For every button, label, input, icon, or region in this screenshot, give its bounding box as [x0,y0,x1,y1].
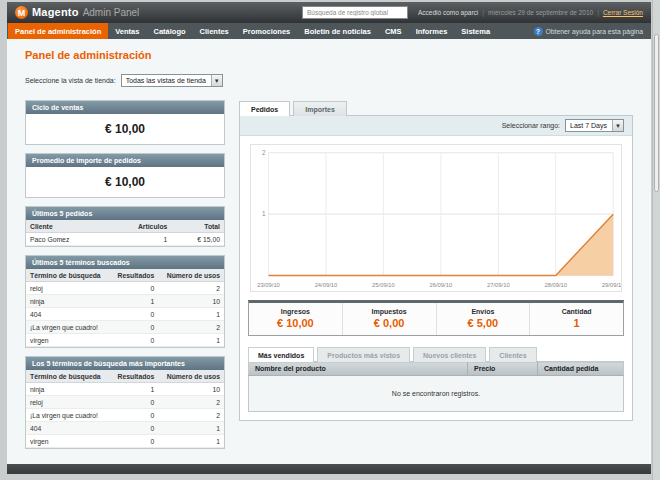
nav-item-cms[interactable]: CMS [378,23,409,39]
results-cell: 0 [110,396,158,409]
tab-mas-vendidos[interactable]: Más vendidos [248,347,314,362]
uses-cell: 10 [158,295,224,308]
uses-cell: 1 [158,422,224,435]
column-header: Número de usos [158,370,224,383]
search-term-cell: virgen [26,435,110,448]
brand: M Magento Admin Panel [15,6,139,19]
total-label: Impuestos [343,308,436,315]
nav-item-ventas[interactable]: Ventas [108,23,146,39]
dashboard-columns: Ciclo de ventas € 10,00 Promedio de impo… [25,100,633,449]
results-cell: 0 [110,435,158,448]
grids-tabs: Más vendidos Productos más vistos Nuevos… [248,346,624,361]
nav-item-dashboard[interactable]: Panel de administración [8,23,108,39]
tab-clientes[interactable]: Clientes [489,347,536,362]
dashboard-main: Pedidos Importes Seleccionar rango: Last… [239,100,633,421]
nav-help-link[interactable]: ? Obtener ayuda para esta página [534,23,652,39]
uses-cell: 1 [158,334,224,347]
box-title: Últimos 5 términos buscados [26,256,224,269]
search-term-cell: ¡La virgen que cuadro! [26,321,110,334]
global-search-input[interactable] [302,6,408,19]
nav-item-informes[interactable]: Informes [409,23,455,39]
tab-pedidos[interactable]: Pedidos [239,101,290,116]
footer-bar [7,464,651,474]
search-term-cell: reloj [26,282,110,295]
table-row[interactable]: 404 0 1 [26,422,224,435]
lifetime-sales-box: Ciclo de ventas € 10,00 [25,100,225,145]
results-cell: 0 [110,334,158,347]
column-header: Resultados [110,370,158,383]
nav-item-promociones[interactable]: Promociones [236,23,298,39]
table-row[interactable]: reloj 0 2 [26,396,224,409]
table-row[interactable]: 404 0 1 [26,308,224,321]
last-orders-table: Cliente Artículos Total Paco Gomez 1 € 1… [26,220,224,246]
nav-item-clientes[interactable]: Clientes [193,23,236,39]
search-term-cell: ninja [26,383,110,396]
diagram-tabs: Pedidos Importes [239,100,633,115]
nav-item-sistema[interactable]: Sistema [454,23,497,39]
total-impuestos: Impuestos € 0,00 [342,303,436,335]
svg-text:2: 2 [262,149,266,156]
dashboard-sidebar: Ciclo de ventas € 10,00 Promedio de impo… [25,100,225,449]
table-header-row: Término de búsqueda Resultados Número de… [26,269,224,282]
content-area: Panel de administración Seleccione la vi… [7,39,651,464]
store-view-value: Todas las vistas de tienda [126,77,206,84]
header-user-info: Accedió como aparci | miércoles 29 de se… [418,9,643,16]
search-term-cell: reloj [26,396,110,409]
svg-text:25/09/10: 25/09/10 [372,282,395,288]
total-value: € 5,00 [437,317,530,329]
results-cell: 0 [110,321,158,334]
main-nav: Panel de administración Ventas Catálogo … [7,23,651,39]
brand-suffix: Admin Panel [83,7,140,18]
last-search-terms-box: Últimos 5 términos buscados Término de b… [25,255,225,348]
table-header-row: Nombre del producto Precio Cantidad pedi… [249,362,624,376]
nav-item-catalogo[interactable]: Catálogo [146,23,192,39]
box-title: Últimos 5 pedidos [26,207,224,220]
results-cell: 1 [110,295,158,308]
empty-message: No se encontraron registros. [249,376,624,412]
total-label: Cantidad [530,308,623,315]
brand-name: Magento [32,6,79,18]
table-header-row: Cliente Artículos Total [26,220,224,233]
table-row[interactable]: ¡La virgen que cuadro! 0 2 [26,321,224,334]
range-select[interactable]: Last 7 Days ▼ [565,119,624,132]
table-row[interactable]: ¡La virgen que cuadro! 0 2 [26,409,224,422]
table-row[interactable]: virgen 0 1 [26,435,224,448]
table-row[interactable]: ninja 1 10 [26,383,224,396]
tab-importes[interactable]: Importes [293,101,347,116]
range-value: Last 7 Days [570,122,607,129]
separator: | [482,9,484,16]
nav-item-boletin[interactable]: Boletín de noticias [297,23,378,39]
uses-cell: 2 [158,409,224,422]
search-term-cell: ninja [26,295,110,308]
tab-nuevos-clientes[interactable]: Nuevos clientes [413,347,486,362]
store-view-select[interactable]: Todas las vistas de tienda ▼ [121,74,223,87]
last-orders-box: Últimos 5 pedidos Cliente Artículos Tota… [25,206,225,247]
page-title: Panel de administración [25,39,633,61]
store-switcher: Seleccione la vista de tienda: Todas las… [25,74,633,87]
svg-text:24/09/10: 24/09/10 [315,282,338,288]
average-orders-value: € 10,00 [26,167,224,197]
tab-productos-mas-vistos[interactable]: Productos más vistos [317,347,410,362]
help-icon: ? [534,27,543,36]
logout-link[interactable]: Cerrar Sesión [603,9,643,16]
admin-page: M Magento Admin Panel Accedió como aparc… [7,2,651,474]
table-row[interactable]: Paco Gomez 1 € 15,00 [26,233,224,246]
svg-text:1: 1 [262,210,266,217]
scrollbar-thumb[interactable] [654,34,659,192]
table-row[interactable]: virgen 0 1 [26,334,224,347]
table-row[interactable]: reloj 0 2 [26,282,224,295]
nav-help-label: Obtener ayuda para esta página [546,28,644,35]
chevron-down-icon: ▼ [211,75,222,86]
uses-cell: 10 [158,383,224,396]
scrollbar[interactable] [652,0,660,480]
svg-text:28/09/10: 28/09/10 [544,282,567,288]
table-row[interactable]: ninja 1 10 [26,295,224,308]
svg-text:27/09/10: 27/09/10 [487,282,510,288]
search-term-cell: 404 [26,308,110,321]
results-cell: 0 [110,422,158,435]
lifetime-sales-value: € 10,00 [26,114,224,144]
column-header: Cliente [26,220,107,233]
box-title: Los 5 términos de búsqueda más important… [26,357,224,370]
header-date: miércoles 29 de septiembre de 2010 [488,9,593,16]
uses-cell: 2 [158,321,224,334]
